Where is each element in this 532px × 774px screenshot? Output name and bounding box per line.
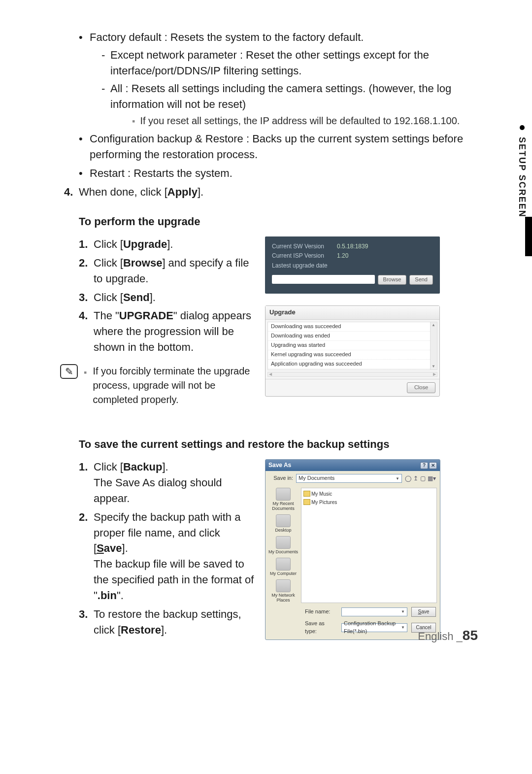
chevron-down-icon: ▼	[401, 609, 405, 615]
dash-all: All : Resets all settings including the …	[101, 81, 478, 129]
bullet-config-backup: Configuration backup & Restore : Backs u…	[79, 131, 478, 163]
browse-button[interactable]: Browse	[378, 275, 407, 285]
recent-icon	[276, 488, 291, 501]
upgrade-screenshot: Current SW Version 0.5.18:1839 Current I…	[265, 236, 440, 397]
text: Restart : Restarts the system.	[90, 167, 233, 179]
network-icon	[276, 579, 291, 592]
heading-upgrade: To perform the upgrade	[79, 214, 478, 230]
close-button[interactable]: ✕	[429, 462, 437, 469]
bullet-factory-default: Factory default : Resets the system to t…	[79, 30, 478, 128]
browse-label: Browse	[123, 257, 162, 269]
step-number: 3.	[79, 290, 88, 305]
places-item[interactable]: Desktop	[275, 514, 291, 533]
backup-step-2: 2. Specify the backup path with a proper…	[79, 509, 255, 604]
text: The Save As dialog should appear.	[94, 475, 255, 506]
note-icon: ▪	[132, 115, 135, 128]
send-label: Send	[123, 291, 150, 303]
page-footer: English _85	[418, 626, 478, 646]
filename-input[interactable]: ▼	[341, 607, 407, 616]
save-label: ave	[104, 542, 122, 554]
places-item[interactable]: My Documents	[268, 536, 298, 555]
places-item[interactable]: My Recent Documents	[266, 488, 300, 511]
place-label: My Recent Documents	[272, 501, 295, 511]
save-mnemonic: S	[97, 542, 104, 554]
text: The "	[94, 309, 119, 322]
apply-label: Apply	[167, 186, 198, 198]
place-label: My Network Places	[271, 593, 295, 603]
sw-version-value: 0.5.18:1839	[337, 242, 368, 251]
upgrade-step-2: 2. Click [Browse] and specify a file to …	[79, 255, 255, 287]
text: Click [	[94, 257, 123, 269]
savetype-label: Save as type:	[305, 620, 337, 636]
place-label: My Computer	[270, 571, 297, 576]
dash-except-network: Except network parameter : Reset the oth…	[101, 47, 478, 79]
savein-combo[interactable]: My Documents ▼	[296, 474, 402, 483]
upgrade-step-1: 1. Click [Upgrade].	[79, 236, 255, 252]
step-number: 3.	[79, 606, 88, 622]
restore-label: Restore	[121, 624, 161, 636]
note-text: If you reset all settings, the IP addres…	[140, 114, 460, 128]
log-line: Kernel upgrading was succeeded	[268, 350, 437, 360]
dialog-title: Save As	[268, 461, 291, 470]
send-button[interactable]: Send	[409, 275, 433, 285]
text: ].	[150, 291, 156, 303]
note-icon: ✎	[60, 364, 78, 379]
backup-label: Backup	[123, 461, 162, 473]
places-item[interactable]: My Computer	[270, 558, 297, 576]
step-number: 2.	[79, 509, 88, 525]
up-icon[interactable]: ↥	[413, 474, 418, 483]
views-icon[interactable]: ▦▾	[428, 474, 436, 483]
text: ].	[167, 238, 173, 250]
backup-step-1: 1. Click [Backup]. The Save As dialog sh…	[79, 459, 255, 506]
upgrade-step-4: 4. The "UPGRADE" dialog appears where th…	[79, 308, 255, 355]
save-button[interactable]: Save	[411, 607, 436, 617]
bin-label: .bin	[98, 589, 117, 602]
upgrade-dialog-label: UPGRADE	[119, 309, 173, 322]
computer-icon	[276, 558, 291, 571]
log-line: Application upgrading was succeeded	[268, 360, 437, 369]
saveas-dialog: Save As ? ✕ Save in: My Documents ▼ ◯ ↥	[265, 459, 440, 640]
section-tab-label: SETUP SCREEN	[516, 137, 529, 218]
upgrade-file-input[interactable]	[272, 275, 375, 284]
text: Click [	[94, 291, 123, 303]
file-list[interactable]: My Music My Pictures	[301, 488, 437, 603]
note-bullet-icon: ▪	[84, 366, 87, 379]
log-line: Downloading was succeeded	[268, 322, 437, 332]
backup-step-3: 3. To restore the backup settings, click…	[79, 606, 255, 638]
log-line: Downloading was ended	[268, 332, 437, 341]
step-number: 1.	[79, 459, 88, 475]
savetype-combo[interactable]: Configuration Backup File(*.bin) ▼	[341, 623, 407, 632]
upgrade-panel-title: Upgrade	[266, 306, 439, 320]
sw-version-label: Current SW Version	[272, 242, 330, 251]
chevron-down-icon: ▼	[401, 625, 405, 631]
step-number: 4.	[64, 184, 73, 200]
log-line: Upgrading was started	[268, 341, 437, 350]
scrollbar-horizontal[interactable]	[267, 372, 437, 377]
text: ].	[162, 461, 168, 473]
close-button[interactable]: Close	[407, 382, 435, 393]
newfolder-icon[interactable]: ▢	[420, 474, 426, 483]
savein-value: My Documents	[299, 474, 334, 482]
folder-item[interactable]: My Pictures	[303, 499, 434, 507]
places-item[interactable]: My Network Places	[266, 579, 300, 603]
back-icon[interactable]: ◯	[405, 474, 411, 483]
text: To restore the backup settings, click [	[94, 608, 241, 636]
edge-marker	[525, 217, 532, 256]
folder-item[interactable]: My Music	[303, 490, 434, 499]
documents-icon	[276, 536, 291, 549]
text: Configuration backup & Restore : Backs u…	[90, 133, 463, 161]
desktop-icon	[276, 514, 291, 527]
text: ].	[122, 542, 128, 554]
help-button[interactable]: ?	[420, 462, 428, 469]
text: ].	[198, 186, 203, 198]
text: Click [	[94, 238, 123, 250]
text: Except network parameter : Reset the oth…	[110, 49, 429, 77]
upgrade-step-3: 3. Click [Send].	[79, 290, 255, 305]
text: All : Resets all settings including the …	[110, 82, 451, 110]
step-number: 4.	[79, 308, 88, 324]
scrollbar-vertical[interactable]	[430, 322, 437, 370]
step-4-apply: 4. When done, click [Apply].	[64, 184, 478, 200]
text: Factory default : Resets the system to t…	[90, 31, 364, 43]
isp-version-value: 1.20	[337, 252, 348, 260]
upgrade-note-text: If you forcibly terminate the upgrade pr…	[93, 364, 255, 407]
